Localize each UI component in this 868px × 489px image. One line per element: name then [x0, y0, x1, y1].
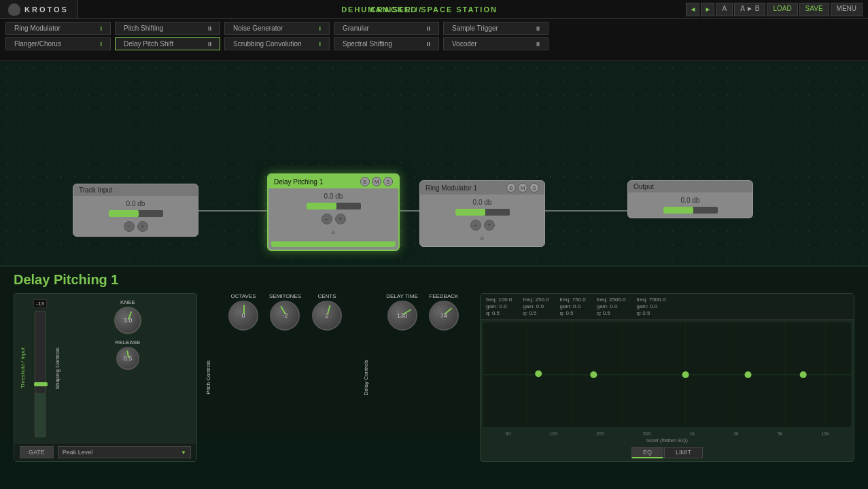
node-buttons: – + [322, 214, 346, 224]
eq-label-1k: 1k [690, 431, 695, 436]
node-minus-button[interactable]: – [470, 220, 481, 231]
semitones-knob[interactable]: -2 [270, 301, 300, 331]
tab-noise-generator[interactable]: Noise Generator I [224, 22, 330, 35]
pitch-knobs-grid: OCTAVES 0 SEMITONES -2 [215, 293, 355, 462]
node-s-button[interactable]: S [530, 183, 539, 192]
node-fader[interactable] [663, 207, 718, 214]
delay-label-area: Delay Controls [363, 293, 369, 462]
eq-freq-3: freq: 750.0 [560, 297, 586, 303]
fader-container: -13 [30, 299, 50, 437]
gate-button[interactable]: GATE [20, 446, 54, 458]
tab-sample-trigger[interactable]: Sample Trigger II [443, 22, 549, 35]
node-fader-fill [455, 209, 485, 216]
tab-indicator: II [208, 25, 211, 32]
tab-spectral-shifting[interactable]: Spectral Shifting II [334, 37, 439, 50]
tab-indicator: II [536, 25, 540, 32]
node-delay-pitching[interactable]: Delay Pitching 1 B M S 0.0 db – + ≡ [267, 173, 400, 251]
knob-section: KNEE 3.0 RELEASE 0.5 [65, 299, 191, 437]
eq-q-4: q: 0.5 [597, 310, 626, 316]
controls-row: Threshold / Input -13 Shaping Controls [0, 293, 868, 469]
pitch-controls-label: Pitch Controls [205, 360, 211, 394]
node-header: Delay Pitching 1 B M S [268, 175, 398, 188]
release-knob[interactable]: 0.5 [116, 347, 139, 370]
prev-button[interactable]: ◄ [686, 3, 699, 16]
tab-indicator: I [100, 25, 102, 32]
node-db: 0.0 db [473, 199, 492, 206]
delay-time-knob[interactable]: 130 [387, 301, 417, 331]
eq-param-4: freq: 2500.0 gain: 0.0 q: 0.5 [597, 297, 626, 316]
node-b-button[interactable]: B [506, 183, 516, 192]
eq-freq-4: freq: 2500.0 [597, 297, 626, 303]
ab-button[interactable]: A ► B [734, 3, 765, 16]
menu-button[interactable]: MENU [831, 3, 863, 16]
eq-param-3: freq: 750.0 gain: 0.0 q: 0.5 [560, 297, 586, 316]
db-reading: -13 [33, 299, 47, 308]
tab-ring-modulator[interactable]: Ring Modulator I [5, 22, 111, 35]
release-label: RELEASE [116, 339, 141, 345]
node-fader-fill [663, 207, 693, 214]
node-m-button[interactable]: M [372, 177, 381, 186]
feedback-knob[interactable]: 74 [429, 301, 459, 331]
fader-handle[interactable] [34, 382, 48, 386]
eq-label-500: 500 [643, 431, 651, 436]
node-minus-button[interactable]: – [322, 214, 332, 224]
octaves-knob[interactable]: 0 [228, 301, 258, 331]
peak-level-dropdown[interactable]: Peak Level ▼ [58, 446, 191, 458]
cents-label: CENTS [317, 293, 336, 299]
tab-row-2: Flanger/Chorus I Delay Pitch Shift II Sc… [5, 37, 863, 50]
tab-indicator: II [427, 41, 430, 48]
node-m-button[interactable]: M [518, 183, 527, 192]
node-plus-button[interactable]: + [335, 214, 346, 224]
cents-knob[interactable]: 2 [312, 301, 342, 331]
node-track-input[interactable]: Track Input 0.0 db – + [73, 184, 198, 237]
knob-indicator [128, 311, 132, 320]
feedback-group: FEEDBACK 74 [429, 293, 459, 331]
node-body: 0.0 db – + ≡ [420, 195, 544, 246]
fader-fill [35, 393, 45, 437]
module-tabs: Ring Modulator I Pitch Shifting II Noise… [0, 19, 868, 61]
tab-pitch-shifting[interactable]: Pitch Shifting II [115, 22, 220, 35]
node-buttons: – + [470, 220, 495, 231]
knee-knob[interactable]: 3.0 [114, 307, 141, 334]
limit-tab-button[interactable]: LIMIT [664, 447, 703, 458]
logo-area: KROTOS [0, 0, 77, 18]
next-button[interactable]: ► [701, 3, 714, 16]
eq-reset-label[interactable]: reset (flatten EQ) [481, 437, 854, 445]
octaves-group: OCTAVES 0 [228, 293, 258, 331]
node-s-button[interactable]: S [383, 177, 393, 186]
eq-freq-2: freq: 250.0 [523, 297, 549, 303]
tab-label: Delay Pitch Shift [124, 40, 203, 48]
fader-track[interactable] [35, 311, 46, 437]
save-button[interactable]: SAVE [799, 3, 829, 16]
node-fader[interactable] [307, 203, 361, 209]
eq-tab-button[interactable]: EQ [631, 447, 663, 458]
node-fader[interactable] [455, 209, 510, 216]
node-fader[interactable] [109, 210, 163, 217]
node-plus-button[interactable]: + [484, 220, 495, 231]
delay-knobs-row-1: DELAY TIME 130 FEEDBACK 74 [373, 293, 472, 331]
shaping-area: Shaping Controls [54, 299, 60, 437]
node-ring-modulator[interactable]: Ring Modulator 1 B M S 0.0 db – + ≡ [419, 180, 545, 247]
project-title: CRACKED SPACE STATION [370, 5, 498, 14]
a-button[interactable]: A [716, 3, 733, 16]
delay-knobs-grid: DELAY TIME 130 FEEDBACK 74 [373, 293, 472, 462]
node-b-button[interactable]: B [360, 177, 370, 186]
eq-freq-1: freq: 100.0 [486, 297, 512, 303]
tab-scrubbing-convolution[interactable]: Scrubbing Convolution I [224, 37, 330, 50]
tab-granular[interactable]: Granular II [334, 22, 439, 35]
cents-group: CENTS 2 [312, 293, 342, 331]
node-title: Output [633, 183, 654, 190]
eq-freq-5: freq: 7500.0 [636, 297, 665, 303]
tab-delay-pitch-shift[interactable]: Delay Pitch Shift II [115, 37, 220, 50]
tab-flanger-chorus[interactable]: Flanger/Chorus I [5, 37, 111, 50]
tab-vocoder[interactable]: Vocoder II [443, 37, 549, 50]
threshold-label: Threshold / Input [20, 348, 26, 388]
tab-indicator: II [536, 41, 540, 48]
tab-indicator: II [427, 25, 430, 32]
eq-label-10k: 10k [821, 431, 829, 436]
tab-row-1: Ring Modulator I Pitch Shifting II Noise… [5, 22, 863, 35]
node-output[interactable]: Output 0.0 db [627, 180, 753, 218]
load-button[interactable]: LOAD [767, 3, 797, 16]
node-plus-button[interactable]: + [137, 221, 148, 232]
node-minus-button[interactable]: – [124, 221, 135, 232]
